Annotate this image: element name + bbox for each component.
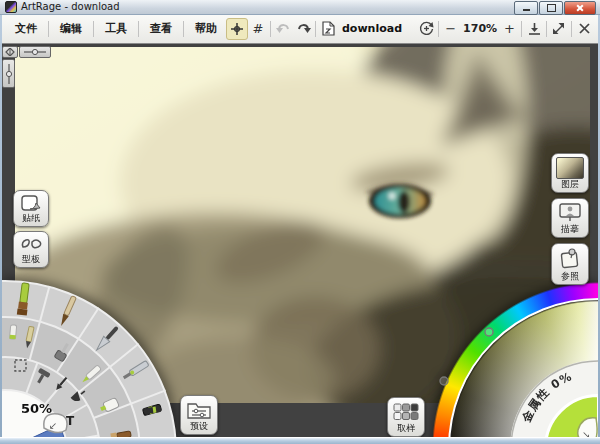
zoom-fit-button[interactable] bbox=[524, 19, 544, 39]
tracing-label: 描摹 bbox=[561, 224, 579, 235]
h-slider-icon bbox=[23, 48, 47, 56]
close-canvas-icon bbox=[579, 23, 590, 34]
reset-rotation-button[interactable] bbox=[416, 19, 436, 39]
menu-edit[interactable]: 编辑 bbox=[51, 18, 91, 39]
maximize-button[interactable] bbox=[539, 1, 563, 15]
close-canvas-button[interactable] bbox=[574, 19, 594, 39]
redo-icon bbox=[296, 22, 311, 35]
precise-cursor-icon bbox=[230, 22, 244, 36]
presets-button[interactable]: 预设 bbox=[180, 395, 218, 435]
zoom-in-button[interactable]: + bbox=[500, 21, 519, 36]
menu-file[interactable]: 文件 bbox=[6, 18, 46, 39]
fullscreen-icon bbox=[552, 22, 566, 36]
stencils-button[interactable]: 型板 bbox=[13, 231, 49, 268]
stickers-label: 贴纸 bbox=[22, 213, 40, 224]
references-label: 参照 bbox=[561, 271, 579, 282]
grid-icon: # bbox=[253, 21, 264, 36]
fullscreen-button[interactable] bbox=[549, 19, 569, 39]
hue-marker[interactable] bbox=[485, 328, 493, 336]
zoom-fit-icon bbox=[528, 22, 541, 36]
samples-button[interactable]: 取样 bbox=[387, 397, 425, 437]
samples-grid-icon bbox=[393, 403, 419, 421]
canvas-anchor-button[interactable] bbox=[2, 46, 18, 58]
collapse-arrow-icon: ↙ bbox=[49, 420, 57, 431]
main-toolbar: 文件 编辑 工具 查看 帮助 # bbox=[0, 14, 600, 44]
horizontal-scroll-slider[interactable] bbox=[19, 46, 51, 58]
app-logo-icon bbox=[5, 1, 17, 13]
color-picker-wheel[interactable]: 金属性 0% ↘ bbox=[430, 280, 600, 444]
minimize-icon bbox=[523, 9, 530, 11]
window-border-bottom bbox=[0, 437, 600, 444]
close-button[interactable] bbox=[564, 1, 596, 15]
chalk-icon[interactable] bbox=[9, 325, 16, 339]
close-icon bbox=[576, 4, 584, 12]
tool-size-value: 50% bbox=[21, 401, 52, 416]
layers-button[interactable]: 图层 bbox=[551, 153, 589, 193]
stickers-button[interactable]: 贴纸 bbox=[13, 190, 49, 227]
sticker-icon bbox=[21, 195, 41, 212]
maximize-icon bbox=[547, 4, 556, 12]
precise-cursor-button[interactable] bbox=[226, 18, 248, 40]
document-name[interactable]: download bbox=[342, 22, 402, 35]
window-title: ArtRage - download bbox=[21, 0, 120, 14]
anchor-icon bbox=[5, 48, 15, 56]
reset-rotation-icon bbox=[418, 20, 435, 37]
layers-label: 图层 bbox=[561, 179, 579, 190]
presets-folder-icon bbox=[187, 400, 211, 419]
collapse-tool-wheel-button[interactable]: ↙ bbox=[44, 414, 67, 433]
title-bar[interactable]: ArtRage - download bbox=[0, 0, 600, 15]
undo-icon bbox=[276, 22, 291, 35]
layer-thumbnail-icon bbox=[556, 157, 584, 179]
tracing-button[interactable]: 描摹 bbox=[551, 198, 589, 238]
artrage-window: ArtRage - download 文件 编辑 工具 查看 帮助 # bbox=[0, 0, 600, 444]
color-marker[interactable] bbox=[440, 377, 448, 385]
undo-button[interactable] bbox=[273, 19, 293, 39]
vertical-scroll-slider[interactable] bbox=[2, 59, 15, 88]
menu-tools[interactable]: 工具 bbox=[96, 18, 136, 39]
menu-help[interactable]: 帮助 bbox=[186, 18, 226, 39]
zoom-level: 170% bbox=[463, 22, 497, 35]
grid-button[interactable]: # bbox=[248, 19, 268, 39]
references-button[interactable]: 参照 bbox=[551, 243, 589, 285]
stencil-icon bbox=[20, 236, 42, 252]
tool-picker-wheel[interactable]: T 50% ↙ bbox=[0, 278, 180, 444]
zoom-out-button[interactable]: − bbox=[441, 21, 460, 36]
tracing-icon bbox=[558, 203, 582, 222]
document-tab-icon bbox=[318, 19, 338, 39]
stencils-label: 型板 bbox=[22, 254, 40, 265]
menu-view[interactable]: 查看 bbox=[141, 18, 181, 39]
minimize-button[interactable] bbox=[514, 1, 538, 15]
window-border-left bbox=[0, 14, 2, 437]
redo-button[interactable] bbox=[293, 19, 313, 39]
presets-label: 预设 bbox=[190, 421, 208, 432]
reference-pin-icon bbox=[559, 248, 581, 269]
v-slider-icon bbox=[5, 63, 13, 85]
samples-label: 取样 bbox=[397, 423, 415, 434]
